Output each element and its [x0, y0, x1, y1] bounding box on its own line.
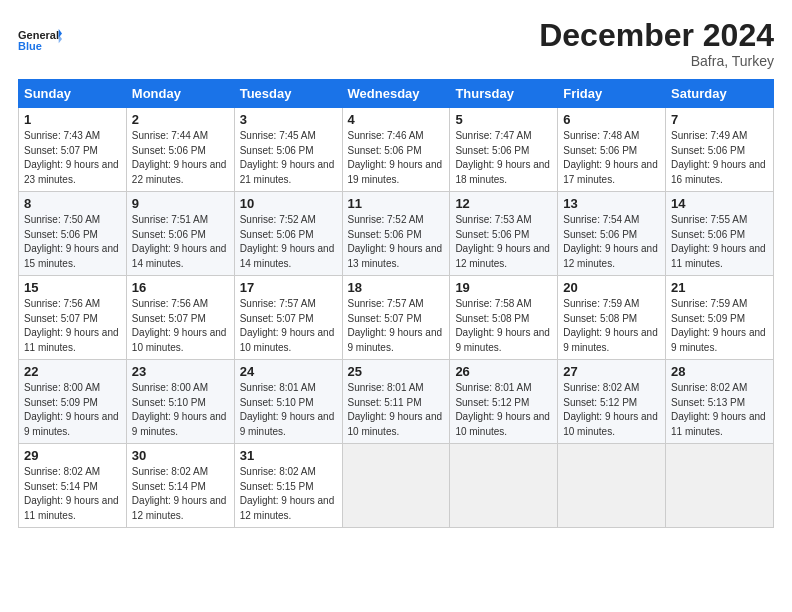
calendar-cell: 3 Sunrise: 7:45 AM Sunset: 5:06 PM Dayli…	[234, 108, 342, 192]
calendar-cell: 10 Sunrise: 7:52 AM Sunset: 5:06 PM Dayl…	[234, 192, 342, 276]
day-info: Sunrise: 8:02 AM Sunset: 5:12 PM Dayligh…	[563, 382, 658, 437]
day-number: 14	[671, 196, 768, 211]
calendar-cell: 30 Sunrise: 8:02 AM Sunset: 5:14 PM Dayl…	[126, 444, 234, 528]
day-info: Sunrise: 7:44 AM Sunset: 5:06 PM Dayligh…	[132, 130, 227, 185]
day-number: 16	[132, 280, 229, 295]
calendar-cell: 26 Sunrise: 8:01 AM Sunset: 5:12 PM Dayl…	[450, 360, 558, 444]
col-saturday: Saturday	[666, 80, 774, 108]
calendar-cell: 18 Sunrise: 7:57 AM Sunset: 5:07 PM Dayl…	[342, 276, 450, 360]
day-info: Sunrise: 8:01 AM Sunset: 5:12 PM Dayligh…	[455, 382, 550, 437]
calendar-cell: 12 Sunrise: 7:53 AM Sunset: 5:06 PM Dayl…	[450, 192, 558, 276]
calendar-cell: 16 Sunrise: 7:56 AM Sunset: 5:07 PM Dayl…	[126, 276, 234, 360]
day-info: Sunrise: 7:56 AM Sunset: 5:07 PM Dayligh…	[24, 298, 119, 353]
calendar-cell	[450, 444, 558, 528]
day-info: Sunrise: 7:57 AM Sunset: 5:07 PM Dayligh…	[240, 298, 335, 353]
calendar-table: Sunday Monday Tuesday Wednesday Thursday…	[18, 79, 774, 528]
day-number: 3	[240, 112, 337, 127]
calendar-week-row: 1 Sunrise: 7:43 AM Sunset: 5:07 PM Dayli…	[19, 108, 774, 192]
calendar-cell: 2 Sunrise: 7:44 AM Sunset: 5:06 PM Dayli…	[126, 108, 234, 192]
day-info: Sunrise: 8:02 AM Sunset: 5:13 PM Dayligh…	[671, 382, 766, 437]
calendar-cell: 9 Sunrise: 7:51 AM Sunset: 5:06 PM Dayli…	[126, 192, 234, 276]
day-number: 17	[240, 280, 337, 295]
day-number: 29	[24, 448, 121, 463]
day-info: Sunrise: 8:01 AM Sunset: 5:11 PM Dayligh…	[348, 382, 443, 437]
day-info: Sunrise: 7:50 AM Sunset: 5:06 PM Dayligh…	[24, 214, 119, 269]
day-number: 22	[24, 364, 121, 379]
day-number: 19	[455, 280, 552, 295]
logo-icon: General Blue	[18, 18, 62, 62]
calendar-cell: 14 Sunrise: 7:55 AM Sunset: 5:06 PM Dayl…	[666, 192, 774, 276]
col-monday: Monday	[126, 80, 234, 108]
day-number: 13	[563, 196, 660, 211]
day-number: 27	[563, 364, 660, 379]
calendar-cell: 19 Sunrise: 7:58 AM Sunset: 5:08 PM Dayl…	[450, 276, 558, 360]
day-info: Sunrise: 8:02 AM Sunset: 5:14 PM Dayligh…	[132, 466, 227, 521]
day-info: Sunrise: 7:58 AM Sunset: 5:08 PM Dayligh…	[455, 298, 550, 353]
calendar-cell: 22 Sunrise: 8:00 AM Sunset: 5:09 PM Dayl…	[19, 360, 127, 444]
day-number: 9	[132, 196, 229, 211]
calendar-cell: 24 Sunrise: 8:01 AM Sunset: 5:10 PM Dayl…	[234, 360, 342, 444]
day-number: 21	[671, 280, 768, 295]
day-number: 1	[24, 112, 121, 127]
day-number: 20	[563, 280, 660, 295]
calendar-cell: 15 Sunrise: 7:56 AM Sunset: 5:07 PM Dayl…	[19, 276, 127, 360]
day-info: Sunrise: 7:49 AM Sunset: 5:06 PM Dayligh…	[671, 130, 766, 185]
day-info: Sunrise: 7:48 AM Sunset: 5:06 PM Dayligh…	[563, 130, 658, 185]
calendar-week-row: 15 Sunrise: 7:56 AM Sunset: 5:07 PM Dayl…	[19, 276, 774, 360]
calendar-cell: 13 Sunrise: 7:54 AM Sunset: 5:06 PM Dayl…	[558, 192, 666, 276]
calendar-cell: 5 Sunrise: 7:47 AM Sunset: 5:06 PM Dayli…	[450, 108, 558, 192]
calendar-cell	[666, 444, 774, 528]
calendar-week-row: 8 Sunrise: 7:50 AM Sunset: 5:06 PM Dayli…	[19, 192, 774, 276]
calendar-cell: 20 Sunrise: 7:59 AM Sunset: 5:08 PM Dayl…	[558, 276, 666, 360]
col-thursday: Thursday	[450, 80, 558, 108]
day-info: Sunrise: 7:56 AM Sunset: 5:07 PM Dayligh…	[132, 298, 227, 353]
calendar-week-row: 22 Sunrise: 8:00 AM Sunset: 5:09 PM Dayl…	[19, 360, 774, 444]
calendar-week-row: 29 Sunrise: 8:02 AM Sunset: 5:14 PM Dayl…	[19, 444, 774, 528]
page: General Blue December 2024 Bafra, Turkey…	[0, 0, 792, 612]
day-info: Sunrise: 8:02 AM Sunset: 5:15 PM Dayligh…	[240, 466, 335, 521]
calendar-cell: 27 Sunrise: 8:02 AM Sunset: 5:12 PM Dayl…	[558, 360, 666, 444]
day-info: Sunrise: 7:53 AM Sunset: 5:06 PM Dayligh…	[455, 214, 550, 269]
day-number: 15	[24, 280, 121, 295]
day-info: Sunrise: 7:59 AM Sunset: 5:08 PM Dayligh…	[563, 298, 658, 353]
day-number: 24	[240, 364, 337, 379]
day-number: 11	[348, 196, 445, 211]
day-info: Sunrise: 7:59 AM Sunset: 5:09 PM Dayligh…	[671, 298, 766, 353]
calendar-cell	[342, 444, 450, 528]
calendar-cell: 28 Sunrise: 8:02 AM Sunset: 5:13 PM Dayl…	[666, 360, 774, 444]
calendar-cell: 8 Sunrise: 7:50 AM Sunset: 5:06 PM Dayli…	[19, 192, 127, 276]
calendar-cell: 4 Sunrise: 7:46 AM Sunset: 5:06 PM Dayli…	[342, 108, 450, 192]
calendar-cell: 1 Sunrise: 7:43 AM Sunset: 5:07 PM Dayli…	[19, 108, 127, 192]
day-number: 7	[671, 112, 768, 127]
calendar-cell: 17 Sunrise: 7:57 AM Sunset: 5:07 PM Dayl…	[234, 276, 342, 360]
day-info: Sunrise: 7:47 AM Sunset: 5:06 PM Dayligh…	[455, 130, 550, 185]
calendar-cell: 11 Sunrise: 7:52 AM Sunset: 5:06 PM Dayl…	[342, 192, 450, 276]
day-number: 30	[132, 448, 229, 463]
day-number: 25	[348, 364, 445, 379]
day-info: Sunrise: 7:51 AM Sunset: 5:06 PM Dayligh…	[132, 214, 227, 269]
day-info: Sunrise: 7:52 AM Sunset: 5:06 PM Dayligh…	[240, 214, 335, 269]
header-row: Sunday Monday Tuesday Wednesday Thursday…	[19, 80, 774, 108]
day-info: Sunrise: 7:46 AM Sunset: 5:06 PM Dayligh…	[348, 130, 443, 185]
day-info: Sunrise: 7:55 AM Sunset: 5:06 PM Dayligh…	[671, 214, 766, 269]
logo: General Blue	[18, 18, 62, 62]
day-number: 28	[671, 364, 768, 379]
day-info: Sunrise: 7:52 AM Sunset: 5:06 PM Dayligh…	[348, 214, 443, 269]
svg-text:General: General	[18, 29, 59, 41]
day-info: Sunrise: 7:54 AM Sunset: 5:06 PM Dayligh…	[563, 214, 658, 269]
day-info: Sunrise: 8:00 AM Sunset: 5:09 PM Dayligh…	[24, 382, 119, 437]
calendar-cell: 7 Sunrise: 7:49 AM Sunset: 5:06 PM Dayli…	[666, 108, 774, 192]
day-info: Sunrise: 7:45 AM Sunset: 5:06 PM Dayligh…	[240, 130, 335, 185]
col-friday: Friday	[558, 80, 666, 108]
day-number: 5	[455, 112, 552, 127]
calendar-cell: 29 Sunrise: 8:02 AM Sunset: 5:14 PM Dayl…	[19, 444, 127, 528]
day-number: 12	[455, 196, 552, 211]
day-number: 4	[348, 112, 445, 127]
day-number: 10	[240, 196, 337, 211]
day-number: 31	[240, 448, 337, 463]
day-number: 18	[348, 280, 445, 295]
day-info: Sunrise: 7:57 AM Sunset: 5:07 PM Dayligh…	[348, 298, 443, 353]
title-block: December 2024 Bafra, Turkey	[539, 18, 774, 69]
location-subtitle: Bafra, Turkey	[539, 53, 774, 69]
day-info: Sunrise: 7:43 AM Sunset: 5:07 PM Dayligh…	[24, 130, 119, 185]
